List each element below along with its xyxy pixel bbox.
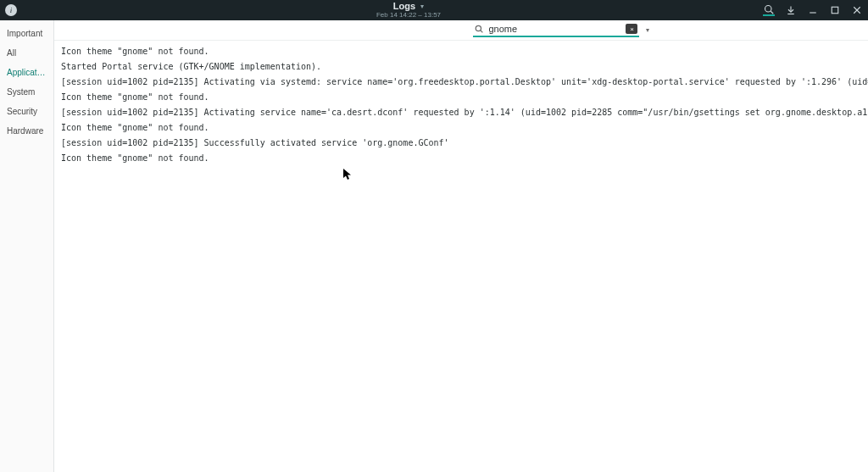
search-icon [475,25,483,33]
log-entry[interactable]: [session uid=1002 pid=2135] Activating s… [54,105,868,120]
log-entry[interactable]: Started Portal service (GTK+/GNOME imple… [54,59,868,75]
sidebar-item-system[interactable]: System [0,82,53,102]
sidebar-item-hardware[interactable]: Hardware [0,121,53,141]
sidebar-item-important[interactable]: Important [0,24,53,43]
maximize-button[interactable] [829,4,841,16]
log-message: [session uid=1002 pid=2135] Activating s… [61,107,868,119]
search-bar: × ▾ [54,20,868,41]
sidebar-item-security[interactable]: Security [0,102,53,121]
svg-line-9 [481,31,483,33]
log-entry[interactable]: [session uid=1002 pid=2135] Activating v… [54,75,868,90]
log-list: Icon theme "gnome" not found.1513:57Star… [54,41,868,472]
window-subtitle: Feb 14 14:22 – 13:57 [376,12,441,19]
titlebar: i Logs ▾ Feb 14 14:22 – 13:57 [0,0,868,20]
log-message: Started Portal service (GTK+/GNOME imple… [61,61,868,73]
log-message: Icon theme "gnome" not found. [61,122,868,134]
search-icon [764,4,774,14]
search-input[interactable] [487,23,622,35]
search-toggle-button[interactable] [763,4,775,16]
minimize-button[interactable] [807,4,819,16]
app-info-icon[interactable]: i [5,4,17,16]
log-message: [session uid=1002 pid=2135] Activating v… [61,76,868,88]
log-message: [session uid=1002 pid=2135] Successfully… [61,137,868,149]
export-button[interactable] [785,4,797,16]
log-message: Icon theme "gnome" not found. [61,92,868,103]
svg-point-8 [476,25,481,31]
log-entry[interactable]: Icon theme "gnome" not found.2 [54,151,868,166]
sidebar-item-applications[interactable]: Applications [0,63,53,82]
sidebar-item-all[interactable]: All [0,43,53,63]
svg-point-0 [765,5,772,12]
log-entry[interactable]: [session uid=1002 pid=2135] Successfully… [54,136,868,151]
log-message: Icon theme "gnome" not found. [61,153,868,164]
log-entry[interactable]: Icon theme "gnome" not found. [54,120,868,136]
maximize-icon [830,5,840,15]
close-button[interactable] [851,4,863,16]
close-icon [852,5,862,15]
window-title: Logs [393,2,415,11]
log-message: Icon theme "gnome" not found. [61,46,868,58]
log-entry[interactable]: Icon theme "gnome" not found.81 [54,90,868,105]
sidebar: Important All Applications System Securi… [0,20,54,472]
title-dropdown-icon[interactable]: ▾ [420,3,424,10]
search-options-dropdown[interactable]: ▾ [646,26,649,34]
svg-rect-5 [832,7,838,14]
minimize-icon [808,5,818,15]
clear-search-button[interactable]: × [626,24,637,34]
log-entry[interactable]: Icon theme "gnome" not found.1513:57 [54,44,868,59]
svg-line-1 [771,11,773,14]
download-icon [786,5,796,15]
